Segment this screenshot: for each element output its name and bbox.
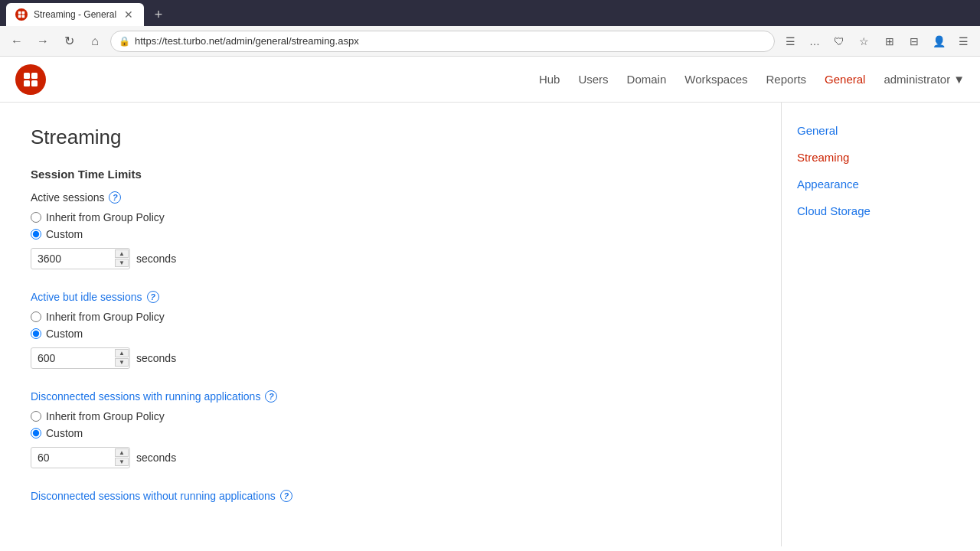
tab-favicon: [15, 8, 28, 21]
nav-user[interactable]: administrator ▼: [884, 73, 965, 86]
app-header: Hub Users Domain Workspaces Reports Gene…: [0, 57, 980, 103]
active-sessions-custom-radio[interactable]: [31, 229, 41, 240]
svg-rect-0: [18, 11, 21, 15]
address-bar-row: ← → ↻ ⌂ 🔒 https://test.turbo.net/admin/g…: [0, 26, 980, 57]
active-idle-input-row: ▲ ▼ seconds: [31, 347, 750, 369]
active-sessions-inherit-option[interactable]: Inherit from Group Policy: [31, 211, 750, 223]
active-idle-unit: seconds: [136, 352, 176, 364]
active-sessions-group: Active sessions ? Inherit from Group Pol…: [31, 191, 750, 269]
disconnected-no-running-group: Disconnected sessions without running ap…: [31, 490, 750, 502]
nav-workspaces[interactable]: Workspaces: [684, 73, 747, 86]
disconnected-no-running-help-icon[interactable]: ?: [280, 490, 292, 502]
active-idle-sessions-radio-group: Inherit from Group Policy Custom: [31, 311, 750, 340]
disconnected-running-input-wrap: ▲ ▼: [31, 447, 130, 468]
nav-general[interactable]: General: [825, 73, 865, 86]
active-sessions-decrement[interactable]: ▼: [115, 259, 129, 267]
active-sessions-input-wrap: ▲ ▼: [31, 248, 130, 269]
active-idle-sessions-help-icon[interactable]: ?: [147, 291, 159, 303]
active-sessions-radio-group: Inherit from Group Policy Custom: [31, 211, 750, 240]
active-idle-custom-option[interactable]: Custom: [31, 328, 750, 340]
active-idle-increment[interactable]: ▲: [115, 349, 129, 357]
disconnected-running-increment[interactable]: ▲: [115, 448, 129, 457]
disconnected-running-input-row: ▲ ▼ seconds: [31, 447, 750, 468]
sidebar-item-appearance[interactable]: Appearance: [797, 171, 965, 197]
disconnected-running-decrement[interactable]: ▼: [115, 458, 129, 466]
active-sessions-unit: seconds: [136, 253, 176, 265]
sidebar-item-streaming[interactable]: Streaming: [797, 145, 965, 170]
active-idle-input-wrap: ▲ ▼: [31, 347, 130, 369]
disconnected-running-help-icon[interactable]: ?: [265, 390, 277, 403]
address-bar[interactable]: 🔒 https://test.turbo.net/admin/general/s…: [110, 31, 775, 52]
active-sessions-custom-option[interactable]: Custom: [31, 228, 750, 240]
toolbar-icons: ☰ … 🛡 ☆: [779, 31, 874, 52]
active-tab[interactable]: Streaming - General ✕: [6, 3, 144, 26]
active-idle-custom-radio[interactable]: [31, 328, 41, 339]
more-button[interactable]: …: [804, 31, 825, 52]
containers-button[interactable]: ⊞: [879, 31, 900, 52]
bookmark-button[interactable]: ☆: [853, 31, 874, 52]
disconnected-running-custom-option[interactable]: Custom: [31, 427, 750, 439]
back-button[interactable]: ←: [6, 31, 28, 52]
disconnected-running-group: Disconnected sessions with running appli…: [31, 390, 750, 468]
disconnected-running-radio-group: Inherit from Group Policy Custom: [31, 410, 750, 439]
sidebar-item-cloud-storage[interactable]: Cloud Storage: [797, 198, 965, 223]
sidebar-nav: General Streaming Appearance Cloud Stora…: [797, 118, 965, 223]
dropdown-icon: ▼: [953, 73, 965, 86]
disconnected-running-spinner: ▲ ▼: [115, 448, 129, 466]
split-view-button[interactable]: ⊟: [903, 31, 925, 52]
shield-button[interactable]: 🛡: [828, 31, 850, 52]
sidebar-item-general[interactable]: General: [797, 118, 965, 143]
tab-title: Streaming - General: [34, 9, 116, 20]
page-title: Streaming: [31, 126, 750, 149]
content-area: Streaming Session Time Limits Active ses…: [0, 103, 781, 546]
active-idle-sessions-group: Active but idle sessions ? Inherit from …: [31, 291, 750, 369]
active-sessions-input-row: ▲ ▼ seconds: [31, 248, 750, 269]
disconnected-running-unit: seconds: [136, 452, 176, 464]
svg-rect-6: [24, 80, 30, 86]
svg-rect-3: [22, 15, 25, 18]
reload-button[interactable]: ↻: [58, 31, 80, 52]
active-sessions-label: Active sessions ?: [31, 191, 750, 204]
url-text: https://test.turbo.net/admin/general/str…: [135, 35, 359, 47]
app-logo[interactable]: [15, 64, 46, 95]
nav-hub[interactable]: Hub: [539, 73, 560, 86]
svg-rect-5: [31, 73, 38, 79]
svg-rect-1: [22, 11, 25, 15]
active-idle-sessions-label: Active but idle sessions ?: [31, 291, 750, 303]
active-idle-spinner: ▲ ▼: [115, 349, 129, 367]
app-nav: Hub Users Domain Workspaces Reports Gene…: [539, 73, 965, 86]
section-title: Session Time Limits: [31, 168, 750, 181]
active-sessions-increment[interactable]: ▲: [115, 249, 129, 258]
svg-rect-4: [24, 73, 30, 79]
forward-button[interactable]: →: [32, 31, 54, 52]
active-idle-decrement[interactable]: ▼: [115, 358, 129, 367]
active-sessions-help-icon[interactable]: ?: [109, 191, 121, 204]
reader-mode-button[interactable]: ☰: [779, 31, 801, 52]
disconnected-running-custom-radio[interactable]: [31, 428, 41, 439]
nav-domain[interactable]: Domain: [627, 73, 667, 86]
svg-rect-2: [18, 15, 21, 18]
home-button[interactable]: ⌂: [84, 31, 106, 52]
active-sessions-inherit-radio[interactable]: [31, 212, 41, 223]
svg-rect-7: [31, 80, 38, 86]
disconnected-running-label: Disconnected sessions with running appli…: [31, 390, 750, 403]
main-layout: Streaming Session Time Limits Active ses…: [0, 103, 980, 546]
nav-users[interactable]: Users: [578, 73, 608, 86]
active-sessions-spinner: ▲ ▼: [115, 249, 129, 267]
disconnected-no-running-label: Disconnected sessions without running ap…: [31, 490, 750, 502]
new-tab-button[interactable]: +: [147, 3, 170, 26]
browser-toolbar: ⊞ ⊟ 👤 ☰: [879, 31, 974, 52]
sidebar: General Streaming Appearance Cloud Stora…: [781, 103, 980, 546]
tab-bar: Streaming - General ✕ +: [0, 0, 980, 26]
disconnected-running-inherit-option[interactable]: Inherit from Group Policy: [31, 410, 750, 422]
menu-button[interactable]: ☰: [952, 31, 974, 52]
profile-button[interactable]: 👤: [928, 31, 949, 52]
active-idle-inherit-radio[interactable]: [31, 311, 41, 322]
nav-reports[interactable]: Reports: [766, 73, 807, 86]
disconnected-running-inherit-radio[interactable]: [31, 411, 41, 422]
active-idle-inherit-option[interactable]: Inherit from Group Policy: [31, 311, 750, 323]
security-icon: 🔒: [119, 36, 130, 47]
tab-close-button[interactable]: ✕: [122, 8, 135, 21]
